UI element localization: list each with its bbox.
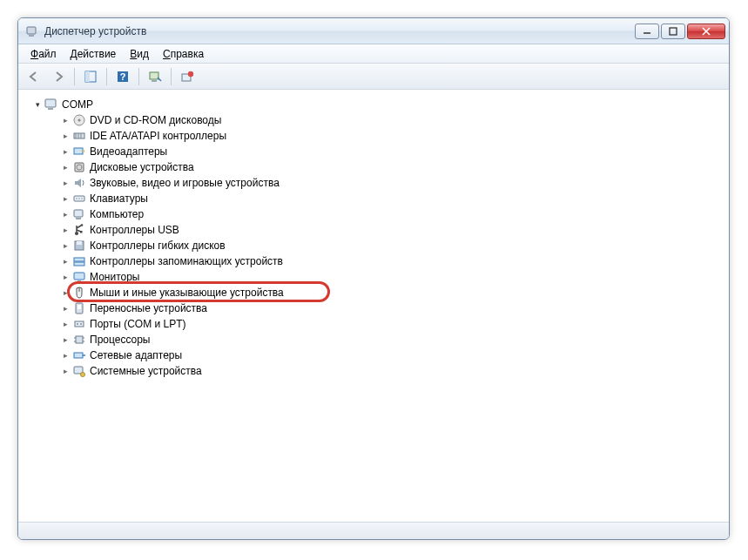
device-tree[interactable]: COMP DVD и CD-ROM дисководыIDE ATA/ATAPI… [20,93,727,520]
tree-item-label: Дисковые устройства [90,161,194,173]
computer-icon [44,98,58,111]
tree-item-label: Переносные устройства [90,302,207,314]
tree-item-label: Системные устройства [90,365,202,377]
expand-icon[interactable] [60,193,71,204]
svg-point-58 [81,373,85,377]
tree-item-label: Порты (COM и LPT) [90,318,186,330]
expand-icon[interactable] [60,225,71,235]
help-toolbar-button[interactable]: ? [112,66,133,87]
svg-rect-50 [76,336,83,343]
net-icon [72,348,86,362]
svg-rect-0 [27,27,36,34]
tree-item-computer[interactable]: Компьютер [27,206,720,222]
back-button[interactable] [24,66,44,87]
expand-icon[interactable] [60,115,71,125]
tree-item-label: Сетевые адаптеры [90,349,182,361]
svg-rect-30 [74,210,83,217]
tree-item-mouse[interactable]: Мыши и иные указывающие устройства [27,285,720,300]
forward-button[interactable] [48,66,69,87]
tree-item-usb[interactable]: Контроллеры USB [27,222,720,238]
expand-icon[interactable] [32,99,43,110]
tree-item-label: Компьютер [90,208,144,220]
minimize-button[interactable] [635,24,659,39]
svg-rect-15 [48,108,53,110]
expand-icon[interactable] [60,256,71,267]
tree-item-net[interactable]: Сетевые адаптеры [27,347,720,363]
tree-item-label: Клавиатуры [90,192,148,205]
titlebar[interactable]: Диспетчер устройств [18,18,729,44]
tree-item-ide[interactable]: IDE ATA/ATAPI контроллеры [27,128,720,144]
expand-icon[interactable] [60,366,71,376]
tree-root[interactable]: COMP [27,97,720,112]
expand-icon[interactable] [60,209,71,219]
tree-item-label: Видеоадаптеры [90,145,167,158]
menubar: Файл Действие Вид Справка [18,44,729,64]
menu-action[interactable]: Действие [64,48,124,60]
close-button[interactable] [687,24,725,39]
svg-rect-1 [29,35,34,37]
tree-item-label: Мыши и иные указывающие устройства [90,287,284,299]
sound-icon [72,176,86,190]
svg-rect-3 [670,28,677,35]
tree-item-label: Процессоры [90,334,151,346]
tree-item-ports[interactable]: Порты (COM и LPT) [27,316,720,332]
expand-icon[interactable] [60,319,71,329]
svg-rect-10 [150,72,158,79]
svg-point-49 [80,323,82,325]
svg-point-32 [75,232,78,235]
toolbar: ? [18,64,729,90]
svg-rect-40 [74,258,84,261]
svg-rect-37 [80,231,83,233]
expand-icon[interactable] [60,272,71,282]
video-icon [72,145,86,159]
app-icon [25,24,39,38]
tree-item-cpu[interactable]: Процессоры [27,332,720,347]
svg-point-48 [77,323,78,325]
toolbar-separator [138,68,139,85]
uninstall-button[interactable] [177,66,198,87]
tree-item-portable[interactable]: Переносные устройства [27,300,720,316]
storage-icon [72,254,86,268]
svg-rect-31 [76,218,81,219]
svg-rect-23 [83,150,84,152]
tree-item-label: Звуковые, видео и игровые устройства [90,177,280,189]
tree-item-label: IDE ATA/ATAPI контроллеры [90,130,226,142]
tree-item-floppy[interactable]: Контроллеры гибких дисков [27,238,720,253]
window-title: Диспетчер устройств [44,25,635,37]
tree-item-monitor[interactable]: Мониторы [27,269,720,285]
tree-item-keyboard[interactable]: Клавиатуры [27,191,720,206]
expand-icon[interactable] [60,131,71,141]
tree-item-label: Мониторы [90,271,139,283]
tree-item-system[interactable]: Системные устройства [27,363,720,379]
expand-icon[interactable] [60,178,71,188]
svg-rect-39 [77,241,82,245]
tree-item-dvd[interactable]: DVD и CD-ROM дисководы [27,112,720,128]
tree-item-disk[interactable]: Дисковые устройства [27,159,720,175]
expand-icon[interactable] [60,146,71,157]
scan-hardware-button[interactable] [145,66,165,87]
maximize-button[interactable] [661,24,685,39]
show-hide-console-button[interactable] [80,66,101,87]
svg-rect-14 [45,99,56,107]
svg-point-35 [81,224,84,226]
expand-icon[interactable] [60,287,71,298]
menu-view[interactable]: Вид [123,48,156,60]
svg-rect-22 [74,148,83,154]
expand-icon[interactable] [60,303,71,314]
tree-item-sound[interactable]: Звуковые, видео и игровые устройства [27,175,720,191]
portable-icon [72,301,86,315]
tree-item-storage[interactable]: Контроллеры запоминающих устройств [27,253,720,269]
expand-icon[interactable] [60,334,71,345]
tree-item-label: DVD и CD-ROM дисководы [90,114,221,126]
menu-file[interactable]: Файл [24,48,64,60]
tree-item-video[interactable]: Видеоадаптеры [27,144,720,159]
tree-root-label: COMP [62,98,93,111]
menu-file-rest: айл [38,48,56,60]
toolbar-separator [171,68,172,85]
expand-icon[interactable] [60,162,71,172]
content-panel: COMP DVD и CD-ROM дисководыIDE ATA/ATAPI… [18,90,729,522]
svg-text:?: ? [120,71,126,82]
menu-help[interactable]: Справка [156,48,211,60]
expand-icon[interactable] [60,350,71,361]
expand-icon[interactable] [60,240,71,251]
